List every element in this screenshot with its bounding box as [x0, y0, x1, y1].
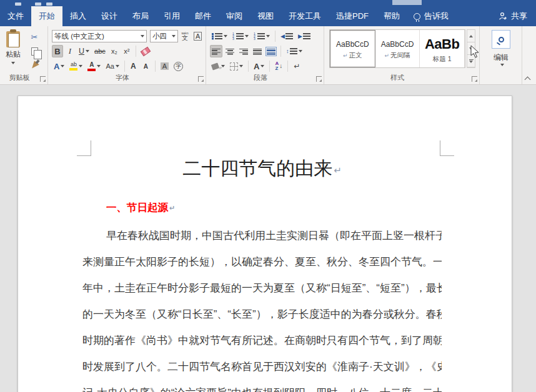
- undo-icon[interactable]: [35, 2, 41, 6]
- tab-layout[interactable]: 布局: [125, 6, 156, 26]
- sort-az-icon: AZ ↓: [275, 61, 283, 71]
- ribbon: 粘贴 ✂ 剪贴板 等线 (中文正文) 小四: [0, 26, 536, 85]
- paragraph-dialog-launcher[interactable]: [316, 76, 322, 82]
- tab-pdf[interactable]: 迅捷PDF: [329, 6, 376, 26]
- styles-dialog-launcher[interactable]: [472, 76, 477, 82]
- document-title[interactable]: 二十四节气的由来↵: [82, 156, 442, 182]
- justify-button[interactable]: [251, 45, 264, 57]
- superscript-button[interactable]: x²: [121, 45, 132, 57]
- character-border-icon: A: [194, 32, 202, 41]
- style-normal[interactable]: AaBbCcD ↵正文: [330, 30, 375, 67]
- bullet-list-icon: [215, 33, 222, 39]
- font-size-value: 小四: [152, 32, 167, 41]
- title-bar: [0, 0, 536, 6]
- borders-button[interactable]: [228, 60, 245, 72]
- save-icon[interactable]: [15, 2, 21, 6]
- justify-icon: [253, 48, 262, 55]
- decrease-indent-button[interactable]: ◀: [279, 30, 295, 42]
- tab-design[interactable]: 设计: [94, 6, 125, 26]
- underline-button[interactable]: U: [77, 45, 91, 57]
- clipboard-group-label: 剪贴板: [0, 73, 39, 82]
- style-scroll-up[interactable]: [467, 30, 475, 42]
- font-dialog-launcher[interactable]: [198, 76, 204, 82]
- brush-icon: [29, 61, 39, 71]
- tab-view[interactable]: 视图: [250, 6, 281, 26]
- line-spacing-button[interactable]: ↕: [284, 45, 304, 57]
- margin-crop-mark: [440, 140, 454, 156]
- cut-button[interactable]: ✂: [27, 31, 41, 42]
- asian-layout-button[interactable]: A: [252, 60, 266, 72]
- redo-icon[interactable]: [46, 2, 52, 6]
- body-paragraph[interactable]: 早在春秋战国时期，中国古代利用土圭实测日晷（即在平面上竖一根杆子 来测量正午太阳…: [82, 223, 442, 392]
- tab-developer[interactable]: 开发工具: [281, 6, 329, 26]
- share-button[interactable]: 共享: [490, 6, 536, 26]
- document-page[interactable]: 二十四节气的由来↵ 一、节日起源↵ 早在春秋战国时期，中国古代利用土圭实测日晷（…: [17, 96, 512, 392]
- align-left-icon: [212, 48, 221, 55]
- bold-button[interactable]: B: [52, 45, 63, 57]
- tab-references[interactable]: 引用: [156, 6, 187, 26]
- body-line: 来测量正午太阳影子的长短），以确定春分、夏至、秋分、冬至四个节气。一: [82, 249, 442, 275]
- body-line: 早在春秋战国时期，中国古代利用土圭实测日晷（即在平面上竖一根杆子: [82, 223, 442, 249]
- tell-me-box[interactable]: 告诉我: [407, 6, 455, 26]
- highlight-color-button[interactable]: ab: [67, 60, 84, 72]
- paste-button[interactable]: 粘贴: [2, 30, 24, 75]
- tab-file[interactable]: 文件: [0, 6, 31, 26]
- clipboard-dialog-launcher[interactable]: [40, 76, 46, 82]
- line-spacing-icon: ↕: [286, 48, 297, 54]
- document-title-fragment: [392, 0, 422, 5]
- align-center-icon: [226, 48, 234, 55]
- margin-crop-mark: [77, 140, 91, 156]
- tab-help[interactable]: 帮助: [376, 6, 407, 26]
- multilevel-list-button[interactable]: [252, 30, 272, 42]
- body-line: 时发展到了八个。二十四节气名称首见于西汉刘安的《淮南子·天文训》，《史: [82, 354, 442, 380]
- subscript-button[interactable]: x₂: [109, 45, 120, 57]
- distribute-button[interactable]: [265, 45, 277, 57]
- font-size-combo[interactable]: 小四: [150, 30, 178, 42]
- bullets-button[interactable]: [210, 30, 229, 42]
- style-no-spacing[interactable]: AaBbCcD ↵无间隔: [375, 30, 420, 67]
- character-shading-button[interactable]: A: [159, 60, 171, 72]
- find-button[interactable]: [492, 30, 510, 49]
- document-area: 二十四节气的由来↵ 一、节日起源↵ 早在春秋战国时期，中国古代利用土圭实测日晷（…: [0, 85, 536, 392]
- person-plus-icon: [499, 12, 507, 21]
- search-icon: [499, 37, 504, 42]
- strikethrough-button[interactable]: abc: [92, 45, 107, 57]
- format-painter-button[interactable]: [27, 60, 41, 71]
- shrink-font-button[interactable]: A: [141, 60, 152, 72]
- font-color-icon: A: [87, 62, 96, 71]
- show-hide-marks-button[interactable]: ↵: [291, 60, 302, 72]
- font-name-combo[interactable]: 等线 (中文正文): [52, 30, 147, 42]
- font-color-button[interactable]: A: [86, 60, 102, 72]
- copy-button[interactable]: [27, 46, 41, 57]
- style-heading1[interactable]: AaBb 标题 1: [420, 30, 465, 67]
- editing-group-label: 编辑: [480, 52, 522, 63]
- numbering-button[interactable]: [231, 30, 251, 42]
- body-line: 记·太史公自序》的“论六家要旨”中也有提到阴阳、四时、八位、十二度、二十: [82, 380, 442, 392]
- copy-icon: [31, 47, 38, 56]
- shading-button[interactable]: [210, 60, 227, 72]
- tab-insert[interactable]: 插入: [62, 6, 94, 26]
- align-center-button[interactable]: [224, 45, 236, 57]
- align-right-button[interactable]: [237, 45, 250, 57]
- section-heading[interactable]: 一、节日起源↵: [106, 201, 175, 215]
- tab-mailings[interactable]: 邮件: [187, 6, 219, 26]
- italic-button[interactable]: I: [64, 45, 76, 57]
- change-case-button[interactable]: Aa: [104, 60, 121, 72]
- clear-formatting-button[interactable]: [139, 45, 152, 57]
- tab-home[interactable]: 开始: [31, 6, 62, 26]
- mouse-cursor: [470, 45, 480, 59]
- collapse-ribbon-button[interactable]: [525, 77, 531, 81]
- style-gallery: AaBbCcD ↵正文 AaBbCcD ↵无间隔 AaBb 标题 1: [329, 29, 465, 68]
- character-border-button[interactable]: A: [192, 30, 204, 42]
- dropdown-arrow-icon: [500, 64, 504, 66]
- tab-review[interactable]: 审阅: [219, 6, 250, 26]
- text-effects-button[interactable]: A: [52, 60, 66, 72]
- enclose-characters-button[interactable]: 字: [172, 60, 185, 72]
- grow-font-button[interactable]: A: [128, 60, 139, 72]
- align-left-button[interactable]: [210, 45, 222, 57]
- multilevel-list-icon: [257, 33, 265, 39]
- sort-button[interactable]: AZ ↓: [273, 60, 284, 72]
- phonetic-guide-button[interactable]: wén 文: [179, 30, 191, 42]
- distribute-icon: [267, 48, 275, 55]
- increase-indent-button[interactable]: ▶: [296, 30, 312, 42]
